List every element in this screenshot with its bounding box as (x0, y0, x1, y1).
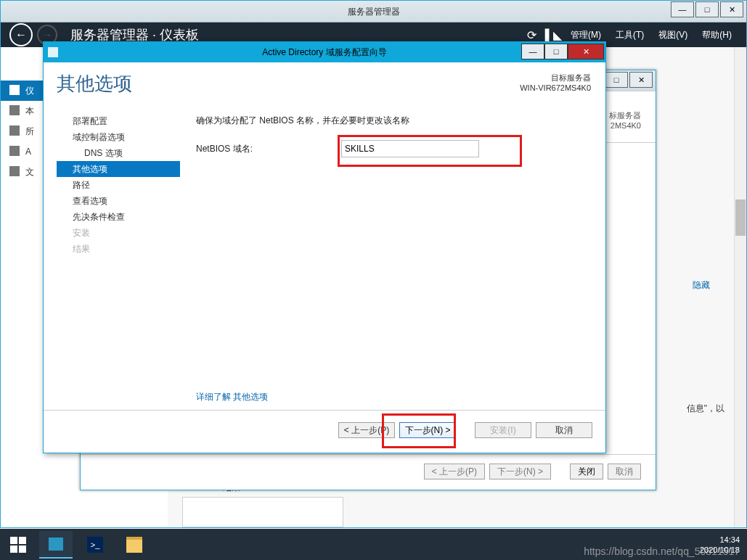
dashboard-icon (9, 85, 20, 95)
netbios-label: NetBIOS 域名: (196, 143, 341, 155)
target-server-name: WIN-VIR672MS4K0 (520, 83, 591, 92)
menu-view[interactable]: 视图(V) (658, 29, 687, 41)
cancel-button[interactable]: 取消 (608, 464, 641, 479)
hide-link[interactable]: 隐藏 (693, 279, 710, 292)
flag-icon[interactable]: ▌◣ (545, 28, 562, 42)
scrollbar[interactable] (734, 47, 746, 527)
taskbar: >_ 14:34 2020/10/18 https://blog.csdn.ne… (0, 529, 747, 560)
files-icon (9, 166, 20, 176)
app-icon (48, 47, 58, 57)
close-button[interactable]: ✕ (629, 72, 653, 88)
next-button[interactable]: 下一步(N) > (399, 422, 456, 438)
server-manager-title: 服务器管理器 (348, 5, 400, 17)
start-button[interactable] (0, 529, 36, 560)
target-server-label: 目标服务器 (551, 73, 591, 82)
netbios-input[interactable] (341, 140, 479, 157)
powershell-icon: >_ (87, 537, 103, 553)
nav-other-options[interactable]: 其他选项 (57, 161, 180, 177)
page-title: 其他选项 (57, 71, 132, 96)
menu-help[interactable]: 帮助(H) (702, 29, 732, 41)
server-manager-titlebar[interactable]: 服务器管理器 — □ ✕ (1, 1, 746, 22)
back-icon[interactable]: ← (9, 23, 33, 46)
prev-button[interactable]: < 上一步(P) (338, 422, 395, 438)
close-button[interactable]: 关闭 (570, 464, 603, 479)
nav-deploy[interactable]: 部署配置 (57, 113, 180, 129)
sidebar-item-label: 所 (25, 126, 34, 136)
prev-button[interactable]: < 上一步(P) (424, 464, 485, 479)
wizard-content: 确保为域分配了 NetBIOS 名称，并在必要时更改该名称 NetBIOS 域名… (196, 115, 591, 411)
menu-manage[interactable]: 管理(M) (571, 29, 601, 41)
server-icon (9, 105, 20, 115)
close-button[interactable]: ✕ (568, 44, 604, 59)
nav-dc-options[interactable]: 域控制器选项 (57, 129, 180, 145)
adds-icon (9, 146, 20, 156)
adds-title: Active Directory 域服务配置向导 (262, 46, 386, 59)
sidebar-item-label: 仪 (25, 86, 34, 96)
windows-icon (10, 537, 26, 553)
minimize-button[interactable]: — (671, 1, 694, 17)
task-explorer[interactable] (118, 532, 151, 558)
nav-path[interactable]: 路径 (57, 177, 180, 193)
sidebar-item-label: A (25, 147, 31, 157)
watermark: https://blog.csdn.net/qq_50811517 (584, 545, 740, 557)
target-server-info: 目标服务器 WIN-VIR672MS4K0 (520, 73, 591, 92)
servers-icon (9, 125, 20, 136)
nav-prereq[interactable]: 先决条件检查 (57, 209, 180, 225)
sidebar-item-label: 本 (25, 106, 34, 116)
install-button: 安装(I) (475, 422, 531, 438)
nav-review[interactable]: 查看选项 (57, 193, 180, 209)
explorer-icon (126, 537, 142, 553)
more-info-link[interactable]: 详细了解 其他选项 (196, 391, 268, 403)
close-button[interactable]: ✕ (720, 1, 743, 17)
task-server-manager[interactable] (39, 531, 73, 559)
target-server-label: 标服务器 2MS4K0 (609, 110, 641, 130)
tray-time: 14:34 (719, 535, 740, 544)
next-button[interactable]: 下一步(N) > (489, 464, 551, 479)
instruction-text: 确保为域分配了 NetBIOS 名称，并在必要时更改该名称 (196, 115, 591, 127)
cancel-button[interactable]: 取消 (536, 422, 592, 438)
menu-tools[interactable]: 工具(T) (616, 29, 644, 41)
sidebar-item-label: 文 (25, 167, 34, 177)
adds-titlebar[interactable]: Active Directory 域服务配置向导 — □ ✕ (44, 42, 605, 62)
maximize-button[interactable]: □ (605, 72, 628, 88)
scrollbar-thumb[interactable] (735, 199, 746, 236)
nav-install: 安装 (57, 225, 180, 241)
refresh-icon[interactable]: ⟳ (527, 28, 536, 42)
minimize-button[interactable]: — (521, 44, 544, 59)
server-manager-icon (49, 538, 63, 551)
adds-config-wizard: Active Directory 域服务配置向导 — □ ✕ 其他选项 目标服务… (43, 41, 606, 453)
info-text: 信息"，以 (687, 403, 724, 415)
nav-dns-options[interactable]: DNS 选项 (57, 145, 180, 161)
maximize-button[interactable]: □ (695, 1, 719, 17)
maximize-button[interactable]: □ (544, 44, 568, 59)
wizard-nav: 部署配置 域控制器选项 DNS 选项 其他选项 路径 查看选项 先决条件检查 安… (57, 113, 180, 257)
bpa-card (182, 497, 343, 527)
task-powershell[interactable]: >_ (78, 532, 112, 558)
nav-result: 结果 (57, 241, 180, 257)
